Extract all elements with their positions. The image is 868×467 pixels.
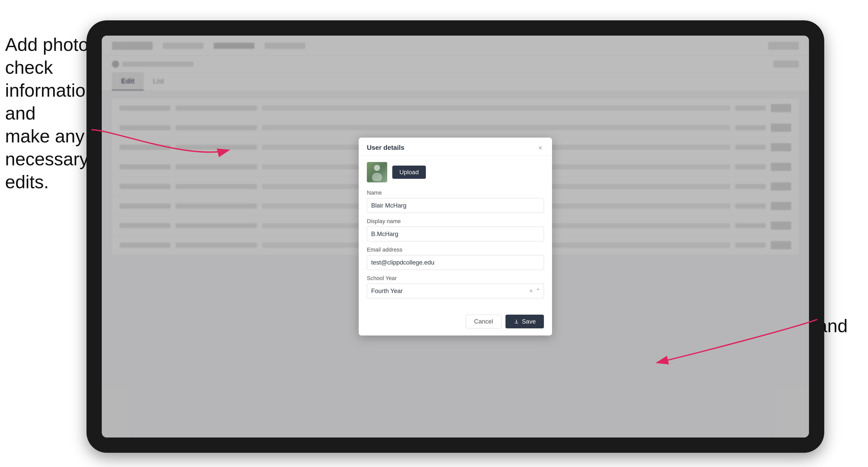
save-icon (514, 319, 519, 324)
school-year-label: School Year (367, 275, 544, 282)
save-button[interactable]: Save (505, 315, 544, 329)
email-field-group: Email address (367, 247, 544, 270)
display-name-field-group: Display name (367, 218, 544, 241)
school-year-field-group: School Year × ⌃ (367, 275, 544, 299)
display-name-input[interactable] (367, 227, 544, 241)
school-year-clear-button[interactable]: × (529, 288, 533, 294)
email-input[interactable] (367, 255, 544, 270)
cancel-button[interactable]: Cancel (466, 315, 502, 329)
svg-point-3 (372, 173, 382, 181)
user-photo-thumbnail (367, 162, 387, 182)
tablet-screen: Edit List (102, 36, 809, 437)
svg-point-2 (374, 165, 380, 171)
modal-close-button[interactable]: × (537, 144, 544, 151)
tablet-frame: Edit List (87, 20, 824, 453)
photo-section: Upload (367, 162, 544, 182)
name-input[interactable] (367, 198, 544, 213)
modal-header: User details × (359, 137, 552, 156)
school-year-dropdown-icon[interactable]: ⌃ (536, 288, 540, 294)
school-year-wrapper: × ⌃ (367, 284, 544, 299)
person-silhouette (371, 163, 383, 181)
email-label: Email address (367, 247, 544, 253)
modal-overlay: User details × (102, 36, 809, 437)
modal-dialog: User details × (359, 137, 552, 336)
name-field-group: Name (367, 189, 544, 213)
name-label: Name (367, 189, 544, 196)
upload-photo-button[interactable]: Upload (392, 165, 426, 179)
school-year-input[interactable] (367, 284, 544, 299)
display-name-label: Display name (367, 218, 544, 225)
modal-footer: Cancel Save (359, 310, 552, 336)
modal-body: Upload Name Display name Email addre (359, 156, 552, 310)
modal-title: User details (367, 144, 404, 152)
